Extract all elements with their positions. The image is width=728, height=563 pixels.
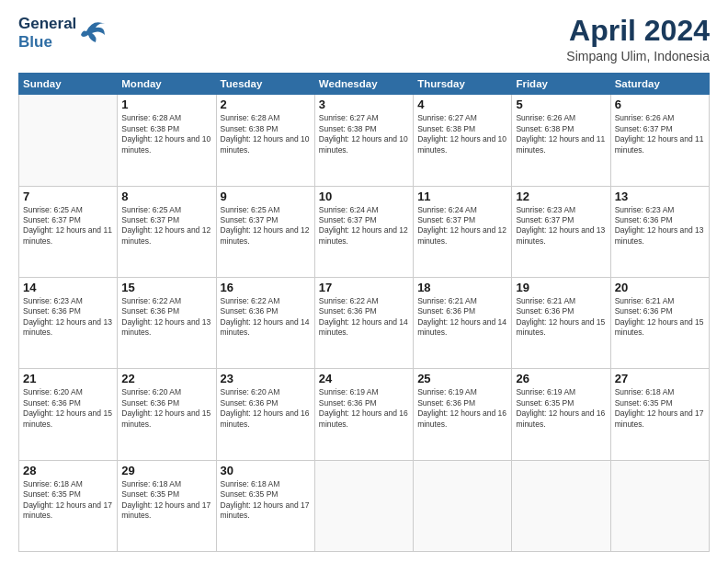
day-info: Sunrise: 6:21 AMSunset: 6:36 PMDaylight:…	[615, 296, 705, 339]
day-number: 3	[319, 98, 409, 111]
logo-line1: General	[18, 15, 76, 33]
column-header-sunday: Sunday	[19, 74, 118, 95]
calendar-cell: 25Sunrise: 6:19 AMSunset: 6:36 PMDayligh…	[414, 369, 512, 460]
header: General Blue April 2024 Simpang Ulim, In…	[18, 15, 710, 63]
day-info: Sunrise: 6:24 AMSunset: 6:37 PMDaylight:…	[319, 205, 409, 247]
calendar-cell: 20Sunrise: 6:21 AMSunset: 6:36 PMDayligh…	[610, 277, 709, 368]
calendar-table: SundayMondayTuesdayWednesdayThursdayFrid…	[18, 73, 710, 552]
logo-text-block: General Blue	[18, 15, 107, 51]
day-info: Sunrise: 6:21 AMSunset: 6:36 PMDaylight:…	[516, 296, 606, 339]
column-header-monday: Monday	[118, 74, 216, 95]
calendar-cell: 6Sunrise: 6:26 AMSunset: 6:37 PMDaylight…	[610, 95, 709, 186]
title-block: April 2024 Simpang Ulim, Indonesia	[566, 15, 710, 63]
day-info: Sunrise: 6:20 AMSunset: 6:36 PMDaylight:…	[121, 387, 211, 430]
week-row-5: 28Sunrise: 6:18 AMSunset: 6:35 PMDayligh…	[19, 460, 710, 551]
calendar-cell: 16Sunrise: 6:22 AMSunset: 6:36 PMDayligh…	[216, 277, 314, 368]
calendar-cell: 17Sunrise: 6:22 AMSunset: 6:36 PMDayligh…	[314, 277, 413, 368]
day-number: 8	[121, 190, 211, 203]
day-info: Sunrise: 6:25 AMSunset: 6:37 PMDaylight:…	[221, 205, 311, 247]
day-number: 12	[516, 190, 606, 203]
header-row: SundayMondayTuesdayWednesdayThursdayFrid…	[19, 74, 710, 95]
day-number: 30	[221, 464, 311, 477]
day-number: 27	[615, 372, 705, 385]
calendar-cell	[414, 460, 512, 551]
calendar-cell: 26Sunrise: 6:19 AMSunset: 6:35 PMDayligh…	[512, 369, 610, 460]
location-subtitle: Simpang Ulim, Indonesia	[566, 49, 710, 63]
calendar-cell: 29Sunrise: 6:18 AMSunset: 6:35 PMDayligh…	[118, 460, 216, 551]
calendar-cell: 22Sunrise: 6:20 AMSunset: 6:36 PMDayligh…	[118, 369, 216, 460]
day-info: Sunrise: 6:18 AMSunset: 6:35 PMDaylight:…	[615, 387, 705, 430]
calendar-cell: 8Sunrise: 6:25 AMSunset: 6:37 PMDaylight…	[118, 186, 216, 277]
calendar-cell: 10Sunrise: 6:24 AMSunset: 6:37 PMDayligh…	[314, 186, 413, 277]
calendar-cell: 18Sunrise: 6:21 AMSunset: 6:36 PMDayligh…	[414, 277, 512, 368]
calendar-cell: 12Sunrise: 6:23 AMSunset: 6:37 PMDayligh…	[512, 186, 610, 277]
day-number: 5	[516, 98, 606, 111]
day-number: 23	[221, 372, 311, 385]
day-info: Sunrise: 6:22 AMSunset: 6:36 PMDaylight:…	[319, 296, 409, 339]
calendar-cell: 21Sunrise: 6:20 AMSunset: 6:36 PMDayligh…	[19, 369, 118, 460]
day-number: 28	[23, 464, 113, 477]
day-info: Sunrise: 6:27 AMSunset: 6:38 PMDaylight:…	[319, 113, 409, 155]
day-number: 22	[121, 372, 211, 385]
week-row-2: 7Sunrise: 6:25 AMSunset: 6:37 PMDaylight…	[19, 186, 710, 277]
calendar-cell: 4Sunrise: 6:27 AMSunset: 6:38 PMDaylight…	[414, 95, 512, 186]
calendar-cell	[314, 460, 413, 551]
calendar-cell	[512, 460, 610, 551]
day-info: Sunrise: 6:19 AMSunset: 6:36 PMDaylight:…	[319, 387, 409, 430]
logo-wordmark: General Blue	[18, 15, 76, 51]
day-number: 9	[221, 190, 311, 203]
column-header-wednesday: Wednesday	[314, 74, 413, 95]
calendar-cell: 5Sunrise: 6:26 AMSunset: 6:38 PMDaylight…	[512, 95, 610, 186]
day-info: Sunrise: 6:25 AMSunset: 6:37 PMDaylight:…	[121, 205, 211, 247]
day-number: 2	[221, 98, 311, 111]
day-info: Sunrise: 6:26 AMSunset: 6:38 PMDaylight:…	[516, 113, 606, 155]
calendar-cell: 23Sunrise: 6:20 AMSunset: 6:36 PMDayligh…	[216, 369, 314, 460]
calendar-cell: 2Sunrise: 6:28 AMSunset: 6:38 PMDaylight…	[216, 95, 314, 186]
calendar-cell: 28Sunrise: 6:18 AMSunset: 6:35 PMDayligh…	[19, 460, 118, 551]
day-info: Sunrise: 6:20 AMSunset: 6:36 PMDaylight:…	[221, 387, 311, 430]
day-info: Sunrise: 6:22 AMSunset: 6:36 PMDaylight:…	[121, 296, 211, 339]
page: General Blue April 2024 Simpang Ulim, In…	[0, 0, 728, 563]
calendar-cell: 30Sunrise: 6:18 AMSunset: 6:35 PMDayligh…	[216, 460, 314, 551]
calendar-cell: 11Sunrise: 6:24 AMSunset: 6:37 PMDayligh…	[414, 186, 512, 277]
calendar-cell: 19Sunrise: 6:21 AMSunset: 6:36 PMDayligh…	[512, 277, 610, 368]
day-number: 4	[417, 98, 507, 111]
calendar-cell	[610, 460, 709, 551]
day-number: 7	[23, 190, 113, 203]
day-number: 11	[417, 190, 507, 203]
calendar-cell: 14Sunrise: 6:23 AMSunset: 6:36 PMDayligh…	[19, 277, 118, 368]
day-number: 10	[319, 190, 409, 203]
day-info: Sunrise: 6:20 AMSunset: 6:36 PMDaylight:…	[23, 387, 113, 430]
day-number: 25	[417, 372, 507, 385]
day-number: 13	[615, 190, 705, 203]
day-number: 29	[121, 464, 211, 477]
column-header-thursday: Thursday	[414, 74, 512, 95]
day-number: 19	[516, 281, 606, 294]
day-number: 18	[417, 281, 507, 294]
day-info: Sunrise: 6:24 AMSunset: 6:37 PMDaylight:…	[417, 205, 507, 247]
day-info: Sunrise: 6:23 AMSunset: 6:36 PMDaylight:…	[23, 296, 113, 339]
day-info: Sunrise: 6:23 AMSunset: 6:37 PMDaylight:…	[516, 205, 606, 247]
day-info: Sunrise: 6:23 AMSunset: 6:36 PMDaylight:…	[615, 205, 705, 247]
calendar-cell: 27Sunrise: 6:18 AMSunset: 6:35 PMDayligh…	[610, 369, 709, 460]
column-header-tuesday: Tuesday	[216, 74, 314, 95]
day-number: 26	[516, 372, 606, 385]
day-number: 24	[319, 372, 409, 385]
logo-line2: Blue	[18, 33, 76, 52]
day-info: Sunrise: 6:28 AMSunset: 6:38 PMDaylight:…	[121, 113, 211, 155]
calendar-cell: 1Sunrise: 6:28 AMSunset: 6:38 PMDaylight…	[118, 95, 216, 186]
day-number: 1	[121, 98, 211, 111]
calendar-cell	[19, 95, 118, 186]
day-info: Sunrise: 6:18 AMSunset: 6:35 PMDaylight:…	[221, 479, 311, 522]
column-header-saturday: Saturday	[610, 74, 709, 95]
week-row-1: 1Sunrise: 6:28 AMSunset: 6:38 PMDaylight…	[19, 95, 710, 186]
logo-icon	[79, 17, 107, 46]
day-info: Sunrise: 6:26 AMSunset: 6:37 PMDaylight:…	[615, 113, 705, 155]
day-number: 21	[23, 372, 113, 385]
calendar-cell: 9Sunrise: 6:25 AMSunset: 6:37 PMDaylight…	[216, 186, 314, 277]
day-number: 6	[615, 98, 705, 111]
calendar-cell: 24Sunrise: 6:19 AMSunset: 6:36 PMDayligh…	[314, 369, 413, 460]
day-number: 20	[615, 281, 705, 294]
day-number: 17	[319, 281, 409, 294]
day-number: 14	[23, 281, 113, 294]
